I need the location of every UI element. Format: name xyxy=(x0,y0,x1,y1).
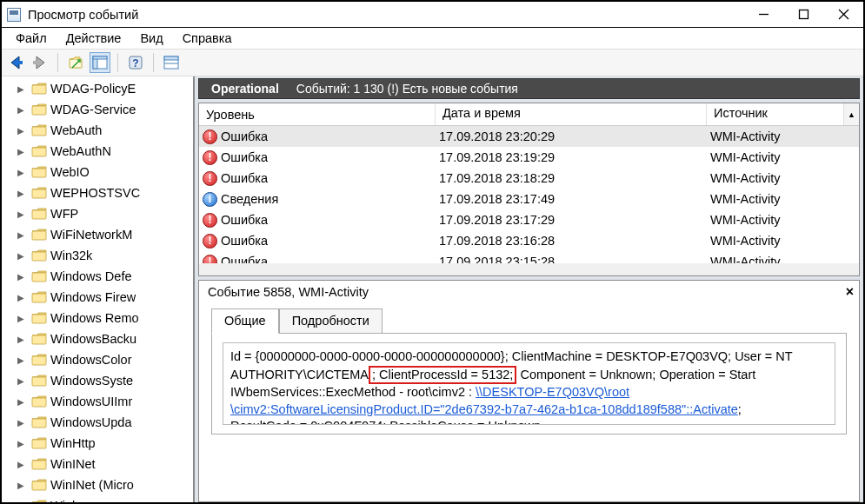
column-level[interactable]: Уровень xyxy=(199,103,436,125)
detail-close-button[interactable]: × xyxy=(846,284,854,300)
tree-item[interactable]: ▶Win32k xyxy=(2,245,193,266)
event-level: Ошибка xyxy=(221,150,268,164)
tree-item[interactable]: ▶WindowsSyste xyxy=(2,370,193,391)
detail-link2[interactable]: \cimv2:SoftwareLicensingProduct.ID="2de6… xyxy=(230,402,738,416)
tree-item-label: WinINet xyxy=(50,457,96,471)
expand-arrow-icon[interactable]: ▶ xyxy=(17,230,28,240)
tree-item-label: WindowsUIImr xyxy=(50,395,132,408)
svg-rect-25 xyxy=(32,294,46,302)
nav-back-button[interactable] xyxy=(5,52,26,73)
expand-arrow-icon[interactable]: ▶ xyxy=(17,293,28,302)
toolbar-button-3[interactable] xyxy=(161,52,182,73)
expand-arrow-icon[interactable]: ▶ xyxy=(17,84,28,94)
svg-rect-32 xyxy=(32,440,46,448)
folder-icon xyxy=(31,375,47,387)
tree-item[interactable]: ▶WebAuthN xyxy=(2,141,193,162)
maximize-button[interactable] xyxy=(783,2,823,28)
tree-item[interactable]: ▶WindowsBacku xyxy=(2,328,193,349)
tree-item[interactable]: ▶WEPHOSTSVC xyxy=(2,182,193,203)
menu-action[interactable]: Действие xyxy=(57,30,130,47)
expand-arrow-icon[interactable]: ▶ xyxy=(17,335,28,344)
event-source: WMI-Activity xyxy=(707,192,859,206)
events-columns: Уровень Дата и время Источник ▲ xyxy=(199,103,859,126)
info-icon: i xyxy=(203,192,217,207)
toolbar-help-button[interactable]: ? xyxy=(125,52,146,73)
nav-forward-button[interactable] xyxy=(30,52,50,73)
tree-item-label: Winlogon xyxy=(50,499,103,502)
tree-item-label: WDAG-PolicyE xyxy=(50,82,136,96)
expand-arrow-icon[interactable]: ▶ xyxy=(17,481,28,490)
tree-item[interactable]: ▶WebIO xyxy=(2,162,193,182)
tree-item[interactable]: ▶WinINet xyxy=(2,454,193,474)
folder-icon xyxy=(31,187,47,199)
tree-item[interactable]: ▶WDAG-Service xyxy=(2,99,193,120)
tree-item[interactable]: ▶WindowsUIImr xyxy=(2,391,193,412)
toolbar-button-1[interactable] xyxy=(65,52,86,73)
menu-help[interactable]: Справка xyxy=(174,30,241,47)
tree-item-label: WinINet (Micro xyxy=(50,478,134,492)
expand-arrow-icon[interactable]: ▶ xyxy=(17,126,28,136)
tree-item[interactable]: ▶WebAuth xyxy=(2,120,193,141)
events-body[interactable]: !Ошибка17.09.2018 23:20:29WMI-Activity!О… xyxy=(199,126,859,275)
event-row[interactable]: !Ошибка17.09.2018 23:19:29WMI-Activity xyxy=(199,147,859,168)
event-row[interactable]: !Ошибка17.09.2018 23:20:29WMI-Activity xyxy=(199,126,859,147)
error-icon: ! xyxy=(203,129,217,144)
detail-text[interactable]: Id = {00000000-0000-0000-0000-0000000000… xyxy=(223,342,835,425)
event-row[interactable]: !Ошибка17.09.2018 23:18:29WMI-Activity xyxy=(199,168,859,189)
event-row[interactable]: !Ошибка17.09.2018 23:15:28WMI-Activity xyxy=(199,251,859,272)
expand-arrow-icon[interactable]: ▶ xyxy=(17,397,28,407)
event-source: WMI-Activity xyxy=(707,234,859,248)
event-row[interactable]: !Ошибка17.09.2018 23:16:28WMI-Activity xyxy=(199,230,859,251)
expand-arrow-icon[interactable]: ▶ xyxy=(17,439,28,448)
svg-rect-23 xyxy=(32,252,46,261)
detail-line1: Id = {00000000-0000-0000-0000-0000000000… xyxy=(230,349,793,363)
tab-details[interactable]: Подробности xyxy=(279,308,383,334)
tree-item[interactable]: ▶WinHttp xyxy=(2,433,193,454)
column-source[interactable]: Источник xyxy=(707,103,844,125)
toolbar-button-2-active[interactable] xyxy=(90,52,110,73)
expand-arrow-icon[interactable]: ▶ xyxy=(17,501,28,503)
expand-arrow-icon[interactable]: ▶ xyxy=(17,209,28,219)
scroll-up-button[interactable]: ▲ xyxy=(844,103,859,125)
menu-view[interactable]: Вид xyxy=(131,30,171,47)
expand-arrow-icon[interactable]: ▶ xyxy=(17,105,28,115)
tree-item[interactable]: ▶WiFiNetworkM xyxy=(2,224,193,245)
expand-arrow-icon[interactable]: ▶ xyxy=(17,418,28,428)
expand-arrow-icon[interactable]: ▶ xyxy=(17,460,28,469)
svg-rect-5 xyxy=(33,61,38,64)
tree-item[interactable]: ▶Windows Firew xyxy=(2,287,193,308)
event-source: WMI-Activity xyxy=(707,255,859,269)
expand-arrow-icon[interactable]: ▶ xyxy=(17,355,28,365)
svg-rect-17 xyxy=(32,127,46,136)
event-level: Ошибка xyxy=(221,129,268,143)
tree-item[interactable]: ▶WindowsUpda xyxy=(2,412,193,433)
detail-link1[interactable]: \\DESKTOP-E7Q03VQ\root xyxy=(476,385,629,399)
close-button[interactable] xyxy=(823,2,863,28)
expand-arrow-icon[interactable]: ▶ xyxy=(17,147,28,156)
event-row[interactable]: !Ошибка17.09.2018 23:17:29WMI-Activity xyxy=(199,209,859,230)
column-date[interactable]: Дата и время xyxy=(436,103,707,125)
tree-item[interactable]: ▶Winlogon xyxy=(2,495,193,502)
tree-item-label: Windows Firew xyxy=(50,290,136,304)
menu-file[interactable]: Файл xyxy=(7,30,56,47)
expand-arrow-icon[interactable]: ▶ xyxy=(17,376,28,386)
tree-item[interactable]: ▶Windows Remo xyxy=(2,308,193,328)
expand-arrow-icon[interactable]: ▶ xyxy=(17,272,28,282)
event-detail-panel: Событие 5858, WMI-Activity × Общие Подро… xyxy=(198,280,860,502)
expand-arrow-icon[interactable]: ▶ xyxy=(17,314,28,323)
event-level: Ошибка xyxy=(221,255,268,269)
tree-pane[interactable]: ▶WDAG-PolicyE▶WDAG-Service▶WebAuth▶WebAu… xyxy=(2,76,195,502)
minimize-button[interactable] xyxy=(743,2,783,28)
event-row[interactable]: iСведения17.09.2018 23:17:49WMI-Activity xyxy=(199,189,859,209)
tree-item[interactable]: ▶WindowsColor xyxy=(2,349,193,370)
tree-item[interactable]: ▶WinINet (Micro xyxy=(2,474,193,495)
expand-arrow-icon[interactable]: ▶ xyxy=(17,189,28,198)
expand-arrow-icon[interactable]: ▶ xyxy=(17,251,28,261)
tree-item[interactable]: ▶WFP xyxy=(2,203,193,224)
tab-general[interactable]: Общие xyxy=(211,308,279,334)
folder-icon xyxy=(31,208,47,220)
expand-arrow-icon[interactable]: ▶ xyxy=(17,168,28,177)
svg-rect-31 xyxy=(32,419,46,428)
tree-item[interactable]: ▶Windows Defe xyxy=(2,266,193,287)
tree-item[interactable]: ▶WDAG-PolicyE xyxy=(2,78,193,99)
